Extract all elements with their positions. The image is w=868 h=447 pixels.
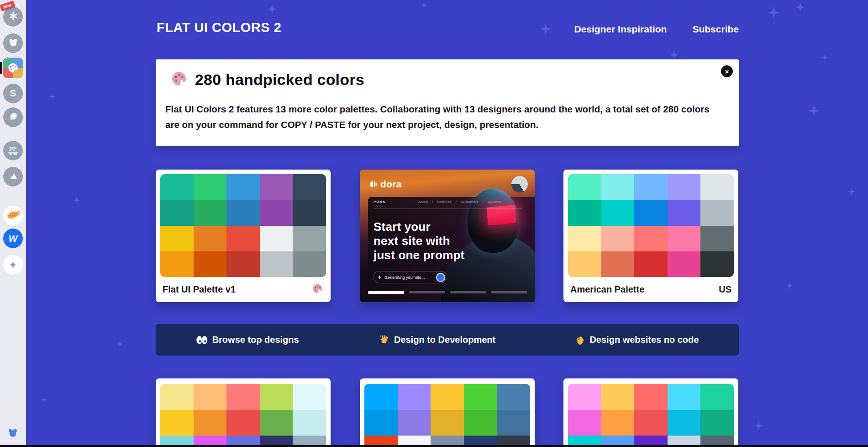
color-swatch[interactable] [364, 410, 398, 436]
palette-card-flat-v1[interactable]: Flat UI Palette v1 [156, 170, 331, 302]
color-swatch[interactable] [260, 200, 293, 225]
color-swatch[interactable] [634, 226, 668, 251]
color-swatch[interactable] [293, 410, 326, 436]
color-swatch[interactable] [260, 174, 293, 200]
color-swatch[interactable] [293, 226, 326, 251]
color-swatch[interactable] [260, 410, 293, 436]
sidebar-item-layers[interactable] [3, 107, 23, 127]
banner-link-browse-designs[interactable]: Browse top designs [196, 335, 299, 345]
sidebar-item-webflow[interactable]: W [3, 229, 23, 248]
color-swatch[interactable] [601, 226, 635, 251]
palette-card-american[interactable]: American Palette US [563, 170, 738, 302]
progress-segment[interactable] [491, 291, 527, 293]
color-swatch[interactable] [364, 384, 398, 410]
color-swatch[interactable] [700, 384, 734, 410]
ad-card-dora[interactable]: dora PUNK About/Features/Customers/Updat… [360, 170, 535, 302]
color-swatch[interactable] [568, 384, 601, 410]
color-swatch[interactable] [194, 174, 227, 200]
color-swatch[interactable] [160, 226, 194, 251]
color-swatch[interactable] [226, 251, 260, 277]
color-swatch[interactable] [398, 410, 431, 436]
color-swatch[interactable] [601, 410, 635, 436]
palette-card-canadian[interactable] [563, 378, 738, 447]
color-swatch[interactable] [194, 226, 227, 251]
close-icon[interactable]: × [721, 65, 733, 77]
color-swatch[interactable] [601, 174, 635, 200]
color-swatch[interactable] [601, 384, 635, 410]
color-swatch[interactable] [568, 200, 601, 225]
color-swatch[interactable] [464, 384, 497, 410]
color-swatch[interactable] [668, 384, 701, 410]
ad-timer-icon[interactable] [511, 176, 528, 192]
color-swatch[interactable] [568, 251, 601, 277]
palette-card-aussie[interactable] [156, 378, 331, 447]
color-swatch[interactable] [601, 200, 635, 225]
color-swatch[interactable] [226, 226, 260, 251]
color-swatch[interactable] [293, 251, 326, 277]
color-swatch[interactable] [634, 410, 668, 436]
ad-nav-link[interactable]: About [418, 200, 428, 204]
color-swatch[interactable] [668, 200, 701, 225]
color-swatch[interactable] [260, 251, 293, 277]
ad-nav-link[interactable]: Updates [488, 200, 501, 204]
color-swatch[interactable] [700, 200, 734, 225]
color-swatch[interactable] [293, 384, 326, 410]
color-swatch[interactable] [700, 226, 734, 251]
color-swatch[interactable] [260, 226, 293, 251]
color-swatch[interactable] [568, 410, 601, 436]
color-swatch[interactable] [634, 384, 668, 410]
progress-segment[interactable] [450, 291, 486, 293]
color-swatch[interactable] [194, 410, 227, 436]
color-swatch[interactable] [194, 251, 227, 277]
nav-subscribe[interactable]: Subscribe [692, 24, 739, 35]
color-swatch[interactable] [398, 384, 431, 410]
ad-prompt-input[interactable]: Generating your site... → [373, 271, 447, 283]
color-swatch[interactable] [226, 200, 260, 225]
color-swatch[interactable] [226, 384, 260, 410]
banner-link-design-no-code[interactable]: Design websites no code [575, 335, 699, 345]
sidebar-item-flat-ui-colors[interactable] [3, 58, 23, 78]
sidebar-item-mountain[interactable] [3, 167, 23, 186]
color-swatch[interactable] [194, 200, 227, 225]
color-swatch[interactable] [160, 384, 194, 410]
progress-segment[interactable] [409, 291, 445, 293]
color-swatch[interactable] [160, 251, 194, 277]
dora-logo[interactable]: dora [369, 179, 402, 190]
color-swatch[interactable] [293, 174, 326, 200]
nav-designer-inspiration[interactable]: Designer Inspiration [574, 24, 667, 35]
ad-nav-link[interactable]: Customers [461, 200, 479, 204]
banner-link-design-to-development[interactable]: Design to Development [379, 335, 495, 345]
color-swatch[interactable] [634, 200, 668, 225]
color-swatch[interactable] [160, 200, 194, 225]
arrow-button[interactable]: → [436, 273, 445, 282]
color-swatch[interactable] [293, 200, 326, 225]
color-swatch[interactable] [431, 410, 464, 436]
color-swatch[interactable] [668, 251, 701, 277]
sidebar-item-add[interactable] [3, 255, 23, 275]
color-swatch[interactable] [700, 174, 734, 200]
sidebar-item-blimp[interactable] [3, 206, 23, 225]
color-swatch[interactable] [634, 174, 668, 200]
color-swatch[interactable] [497, 410, 530, 436]
color-swatch[interactable] [568, 174, 601, 200]
color-swatch[interactable] [226, 410, 260, 436]
color-swatch[interactable] [160, 410, 194, 436]
ad-nav-link[interactable]: Features [437, 200, 452, 204]
color-swatch[interactable] [668, 410, 701, 436]
color-swatch[interactable] [601, 251, 635, 277]
color-swatch[interactable] [260, 384, 293, 410]
sidebar-item-asterisk[interactable] [3, 7, 23, 27]
color-swatch[interactable] [226, 174, 260, 200]
palette-card-british[interactable] [360, 378, 535, 447]
color-swatch[interactable] [194, 384, 227, 410]
color-swatch[interactable] [160, 174, 194, 200]
color-swatch[interactable] [700, 410, 734, 436]
color-swatch[interactable] [464, 410, 497, 436]
color-swatch[interactable] [668, 174, 701, 200]
color-swatch[interactable] [431, 384, 464, 410]
color-swatch[interactable] [568, 226, 601, 251]
sidebar-item-bear[interactable] [3, 33, 23, 53]
sidebar-item-pf[interactable]: PF [3, 141, 23, 160]
bear-blue-icon[interactable] [7, 427, 19, 441]
color-swatch[interactable] [700, 251, 734, 277]
